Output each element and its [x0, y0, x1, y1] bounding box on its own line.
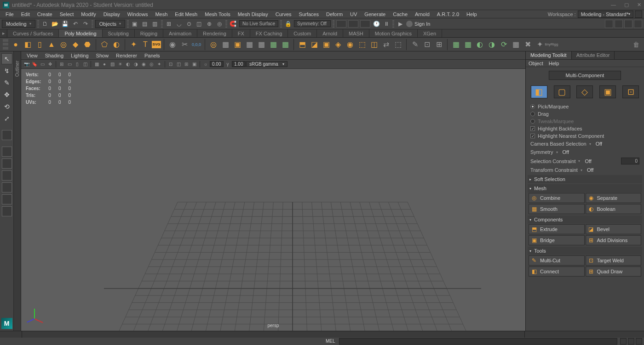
new-scene-icon[interactable]: 🗋 — [41, 20, 49, 28]
sculpt6-icon[interactable]: ✦ — [534, 39, 545, 50]
selection-constraint-value[interactable]: 0 — [621, 158, 639, 164]
range-slider-1-icon[interactable] — [336, 20, 346, 28]
vp-motion-blur-icon[interactable]: ◉ — [140, 61, 147, 68]
mesh-section[interactable]: ▾Mesh — [528, 184, 642, 192]
command-input[interactable] — [339, 338, 617, 345]
vp-gamma-icon[interactable]: γ — [224, 61, 231, 68]
shelf-tab-xgen[interactable]: XGen — [418, 29, 442, 37]
svg-icon[interactable]: SVG — [152, 41, 161, 48]
minimize-button[interactable]: — — [611, 2, 616, 8]
menu-mesh-tools[interactable]: Mesh Tools — [201, 11, 234, 18]
menu-file[interactable]: File — [2, 11, 17, 18]
menu-curves[interactable]: Curves — [272, 11, 295, 18]
shelf-tab-sculpting[interactable]: Sculpting — [103, 29, 135, 37]
menu-edit[interactable]: Edit — [17, 11, 34, 18]
shelf-tab-motiongraphics[interactable]: Motion Graphics — [369, 29, 418, 37]
layout-outliner-icon[interactable] — [2, 182, 12, 192]
connect-icon[interactable]: ⊞ — [433, 39, 444, 50]
menu-select[interactable]: Select — [56, 11, 78, 18]
sculpt4-icon[interactable]: ▦ — [510, 39, 521, 50]
add-divisions-button[interactable]: ⊞Add Divisions — [586, 235, 642, 245]
merge-icon[interactable]: ◫ — [368, 39, 380, 50]
vp-resolution-gate-icon[interactable]: ▯ — [74, 61, 81, 68]
menu-cache[interactable]: Cache — [389, 11, 411, 18]
menu-modify[interactable]: Modify — [77, 11, 99, 18]
vp-film-gate-icon[interactable]: ▭ — [66, 61, 73, 68]
vp-exposure-field[interactable]: 0.00 — [210, 61, 224, 67]
shelf-nav-icon[interactable]: ▸ — [0, 29, 7, 37]
vp-image-plane-icon[interactable]: ▭ — [39, 61, 46, 68]
menu-mesh[interactable]: Mesh — [151, 11, 171, 18]
tinyrigg-icon[interactable]: tinyRigg — [546, 39, 557, 50]
viewport-3d[interactable]: Verts:000 Edges:000 Faces:000 Tris:000 U… — [21, 69, 525, 331]
shelf-tab-poly[interactable]: Poly Modeling — [59, 29, 102, 37]
shelf-tab-curves[interactable]: Curves / Surfaces — [7, 29, 59, 37]
bridge-icon[interactable]: ▣ — [321, 39, 332, 50]
tab-attribute-editor[interactable]: Attribute Editor — [572, 51, 615, 59]
render-icon[interactable]: ▶ — [396, 20, 404, 28]
light-editor-icon[interactable] — [634, 20, 642, 28]
menu-art[interactable]: A.R.T. 2.0 — [433, 11, 463, 18]
construction-history-icon[interactable]: 🕐 — [372, 20, 380, 28]
panel-menu-lighting[interactable]: Lighting — [67, 52, 92, 59]
pick-marquee-radio[interactable]: Pick/Marquee — [528, 103, 642, 110]
vp-grid-icon[interactable]: ⊞ — [58, 61, 65, 68]
script-editor-icon[interactable] — [620, 338, 627, 345]
vp-wireframe-icon[interactable]: ▦ — [93, 61, 100, 68]
poly-cylinder-icon[interactable]: ▯ — [34, 39, 45, 50]
vp-gate-mask-icon[interactable]: ◫ — [81, 61, 89, 68]
panel-menu-show[interactable]: Show — [92, 52, 113, 59]
super-ellipse-icon[interactable]: ◐ — [111, 39, 122, 50]
layout-single-icon[interactable] — [2, 147, 12, 157]
save-scene-icon[interactable]: 💾 — [61, 20, 69, 28]
vp-2d-pan-icon[interactable]: ✥ — [46, 61, 54, 68]
live-surface-icon[interactable]: 🧲 — [229, 20, 237, 28]
vp-ao-icon[interactable]: ◑ — [132, 61, 139, 68]
layout-persp-uv-icon[interactable] — [2, 194, 12, 204]
vp-shadows-icon[interactable]: ◐ — [124, 61, 132, 68]
select-tool[interactable]: ↖ — [1, 53, 12, 64]
highlight-backfaces-check[interactable]: ✓Highlight Backfaces — [528, 125, 642, 132]
bevel-icon[interactable]: ◪ — [309, 39, 320, 50]
shelf-options-icon[interactable] — [2, 39, 9, 51]
symmetry-dropdown[interactable]: Symmetry: Off — [294, 20, 331, 27]
multi-cut-button[interactable]: ✎Multi-Cut — [529, 255, 585, 266]
scale-tool[interactable]: ⤢ — [1, 113, 12, 124]
select-edge-mode-icon[interactable]: ◇ — [576, 85, 593, 98]
poly-plane-icon[interactable]: ◆ — [70, 39, 81, 50]
lock-icon[interactable]: 🔒 — [284, 20, 292, 28]
sculpt1-icon[interactable]: ◐ — [474, 39, 485, 50]
smooth-button[interactable]: ▦Smooth — [529, 204, 585, 214]
poly-type-star-icon[interactable]: ✦ — [128, 39, 139, 50]
combine-button[interactable]: ◎Combine — [529, 193, 585, 203]
shelf-tab-mash[interactable]: MASH — [343, 29, 369, 37]
vp-msaa-icon[interactable]: ✦ — [155, 61, 163, 68]
tab-modeling-toolkit[interactable]: Modeling Toolkit — [526, 51, 572, 59]
separate-icon[interactable]: ▦ — [220, 39, 231, 50]
shelf-tab-animation[interactable]: Animation — [163, 29, 197, 37]
maximize-button[interactable]: ▢ — [624, 2, 629, 8]
multicut-icon[interactable]: ✎ — [409, 39, 420, 50]
workspace-reset-icon[interactable] — [635, 11, 642, 18]
mirror-icon[interactable]: ✂ — [179, 39, 190, 50]
extrude-button[interactable]: ⬒Extrude — [529, 224, 585, 234]
layout-four-icon[interactable] — [2, 158, 12, 169]
menu-uv[interactable]: UV — [346, 11, 361, 18]
flip-icon[interactable]: ⇄ — [380, 39, 391, 50]
menuset-dropdown[interactable]: Modeling — [2, 20, 35, 28]
sculpt5-icon[interactable]: ✖ — [522, 39, 533, 50]
close-button[interactable]: ✕ — [637, 2, 641, 8]
drag-radio[interactable]: Drag — [528, 110, 642, 118]
bridge-button[interactable]: ▣Bridge — [529, 235, 585, 245]
select-vertex-mode-icon[interactable]: ▢ — [554, 85, 570, 98]
vp-gamma-field[interactable]: 1.00 — [232, 61, 246, 67]
append-icon[interactable]: ◈ — [333, 39, 344, 50]
poly-cone-icon[interactable]: ▲ — [46, 39, 57, 50]
menu-help[interactable]: Help — [463, 11, 481, 18]
snap-curve-icon[interactable]: ◡ — [175, 20, 183, 28]
menu-display[interactable]: Display — [100, 11, 124, 18]
lasso-tool[interactable]: ↯ — [1, 65, 12, 76]
time-slider[interactable] — [0, 331, 644, 338]
shelf-tab-fx[interactable]: FX — [232, 29, 250, 37]
rotate-tool[interactable]: ⟲ — [1, 101, 12, 112]
